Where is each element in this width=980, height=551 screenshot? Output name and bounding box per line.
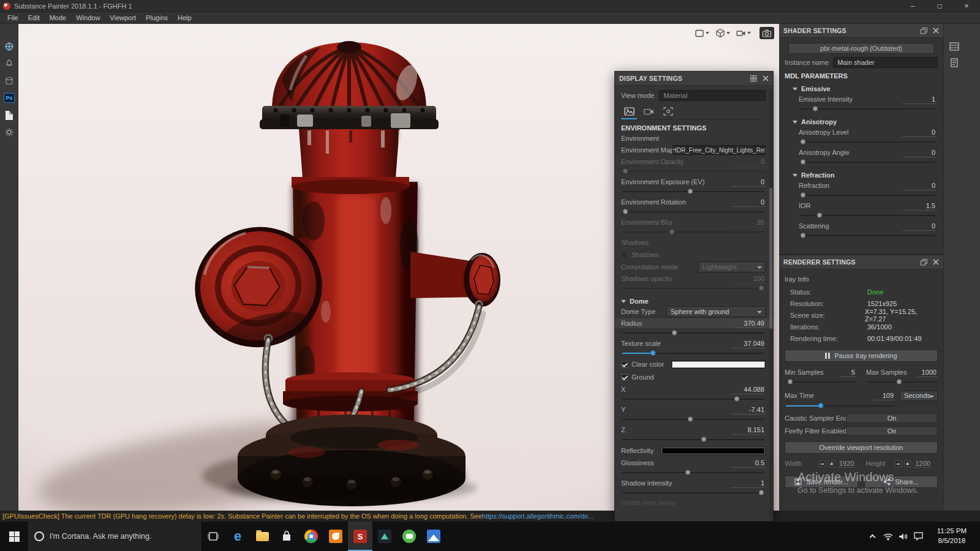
taskbar-app-substance-designer[interactable] — [372, 522, 397, 551]
network-tray-icon[interactable] — [880, 522, 895, 551]
clear-color-swatch[interactable] — [671, 361, 766, 369]
start-button[interactable] — [0, 522, 28, 551]
shader-select-button[interactable]: pbr-metal-rough (Outdated) — [788, 43, 934, 54]
taskbar-app-store[interactable] — [274, 522, 299, 551]
close-button[interactable]: × — [953, 0, 980, 12]
scattering-value[interactable]: 0 — [902, 222, 937, 231]
ground-x-slider[interactable] — [621, 395, 766, 403]
slider-thumb[interactable] — [800, 233, 805, 238]
action-center-icon[interactable] — [911, 522, 926, 551]
max-time-slider[interactable] — [785, 402, 895, 410]
ior-slider[interactable] — [799, 212, 937, 219]
tab-post-effects[interactable] — [660, 105, 676, 119]
ior-value[interactable]: 1.5 — [902, 201, 937, 211]
ground-z-value[interactable]: 8.151 — [731, 425, 766, 435]
properties-panel-icon[interactable] — [948, 57, 960, 68]
render-width-value[interactable]: 1920 — [837, 460, 856, 468]
tab-camera-view[interactable] — [641, 105, 657, 119]
menu-help[interactable]: Help — [173, 14, 197, 21]
share-button[interactable]: Share... — [864, 476, 938, 488]
pause-iray-button[interactable]: Pause Iray rendering — [785, 350, 938, 362]
ground-z-slider[interactable] — [621, 436, 766, 443]
settings-gear-icon[interactable] — [3, 126, 15, 138]
maximize-button[interactable]: □ — [926, 0, 953, 12]
height-increment-icon[interactable] — [904, 460, 911, 467]
scrollbar-thumb[interactable] — [769, 188, 772, 329]
slider-thumb[interactable] — [685, 470, 690, 475]
override-resolution-button[interactable]: Override viewport resolution — [785, 441, 938, 454]
taskbar-app-file-explorer[interactable] — [250, 522, 274, 551]
slider-thumb[interactable] — [650, 350, 655, 356]
float-panel-icon[interactable] — [921, 28, 927, 34]
menu-mode[interactable]: Mode — [45, 14, 72, 21]
notifications-bell-icon[interactable] — [3, 58, 15, 70]
shadow-intensity-slider[interactable] — [621, 489, 766, 497]
emissive-intensity-slider[interactable] — [799, 105, 937, 113]
max-samples-value[interactable]: 1000 — [917, 368, 938, 377]
taskbar-app-messaging[interactable] — [397, 522, 421, 551]
emissive-intensity-value[interactable]: 1 — [902, 95, 937, 104]
environment-rotation-value[interactable]: 0 — [731, 198, 766, 207]
close-icon[interactable] — [933, 28, 939, 34]
slider-thumb[interactable] — [758, 490, 764, 495]
environment-exposure-slider[interactable] — [621, 188, 766, 195]
dome-type-dropdown[interactable]: Sphere with ground — [666, 306, 766, 317]
slider-thumb[interactable] — [672, 330, 677, 335]
min-samples-value[interactable]: 5 — [840, 368, 856, 377]
radius-slider[interactable] — [621, 329, 766, 337]
reflectivity-swatch[interactable] — [661, 447, 766, 455]
slider-thumb[interactable] — [818, 403, 824, 408]
photoshop-icon[interactable] — [3, 92, 15, 104]
save-render-button[interactable]: Save render... — [785, 476, 858, 488]
instance-name-input[interactable]: Main shader — [833, 57, 938, 68]
slider-thumb[interactable] — [800, 139, 805, 144]
slider-thumb[interactable] — [816, 212, 822, 218]
slider-thumb[interactable] — [623, 209, 628, 214]
cortana-search-box[interactable]: I'm Cortana. Ask me anything. — [28, 522, 201, 551]
minimize-button[interactable]: – — [899, 0, 926, 12]
emissive-group-header[interactable]: Emissive — [793, 85, 938, 92]
taskbar-clock[interactable]: 11:25 PM 8/5/2018 — [929, 527, 975, 545]
display-mode-button[interactable] — [695, 29, 709, 38]
height-decrement-icon[interactable] — [895, 460, 902, 467]
menu-file[interactable]: File — [2, 14, 23, 21]
firefly-filter-toggle[interactable]: On — [846, 426, 938, 436]
texture-scale-value[interactable]: 37.049 — [731, 339, 766, 348]
slider-thumb[interactable] — [800, 159, 805, 165]
tab-material-view[interactable] — [621, 105, 637, 119]
close-icon[interactable] — [933, 259, 939, 265]
shadow-intensity-value[interactable]: 1 — [731, 479, 766, 488]
width-decrement-icon[interactable] — [819, 460, 826, 467]
menu-window[interactable]: Window — [71, 14, 105, 21]
clear-color-checkbox[interactable] — [621, 361, 628, 368]
max-samples-slider[interactable] — [866, 378, 938, 386]
taskbar-app-photos[interactable] — [421, 522, 446, 551]
volume-tray-icon[interactable] — [895, 522, 911, 551]
scattering-slider[interactable] — [799, 232, 937, 239]
max-time-value[interactable]: 109 — [874, 391, 895, 400]
render-height-value[interactable]: 1200 — [913, 460, 932, 468]
environment-exposure-value[interactable]: 0 — [731, 178, 766, 187]
slider-thumb[interactable] — [688, 416, 693, 422]
taskbar-app-chrome[interactable] — [299, 522, 323, 551]
move-tool-icon[interactable] — [3, 40, 15, 53]
renderer-settings-header[interactable]: RENDERER SETTINGS — [779, 255, 943, 269]
ground-y-slider[interactable] — [621, 416, 766, 423]
glossiness-value[interactable]: 0.5 — [731, 459, 766, 468]
display-settings-header[interactable]: DISPLAY SETTINGS — [615, 72, 773, 86]
slider-thumb[interactable] — [813, 106, 818, 111]
task-view-button[interactable] — [201, 522, 225, 551]
tray-expand-button[interactable] — [865, 522, 880, 551]
material-mode-button[interactable] — [715, 28, 730, 38]
resources-icon[interactable] — [3, 75, 15, 87]
environment-map-button[interactable]: HDR_Free_City_Night_Lights_Ref — [673, 145, 766, 155]
caustic-sampler-toggle[interactable]: On — [846, 413, 938, 423]
display-panel-scrollbar[interactable] — [769, 90, 772, 519]
status-link[interactable]: https://support.allegorithmic.com/do... — [482, 512, 594, 520]
ground-x-value[interactable]: 44.088 — [731, 385, 766, 394]
screenshot-camera-button[interactable] — [760, 27, 774, 39]
dock-grid-icon[interactable] — [750, 75, 757, 82]
shader-settings-header[interactable]: SHADER SETTINGS — [779, 24, 943, 38]
refraction-slider[interactable] — [799, 192, 937, 199]
layers-panel-icon[interactable] — [948, 41, 960, 52]
